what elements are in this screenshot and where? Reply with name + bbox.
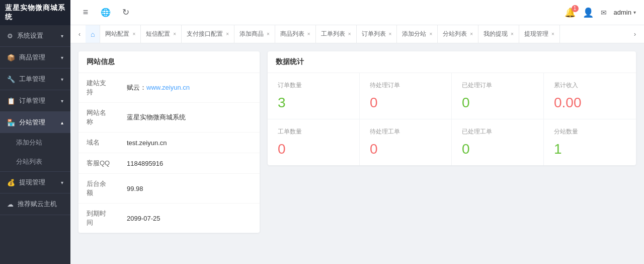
- stats-label-order-count: 订单数量: [278, 81, 349, 90]
- tab-sms-config-close[interactable]: ×: [173, 31, 176, 37]
- tab-branch-list-close[interactable]: ×: [470, 31, 473, 37]
- info-value-expire: 2099-07-25: [119, 204, 260, 233]
- chevron-right-icon: ›: [634, 31, 636, 38]
- tab-work-list[interactable]: 工单列表 ×: [316, 25, 357, 43]
- topbar-right: 🔔 1 👤 ✉ admin ▾: [565, 7, 636, 18]
- tab-home[interactable]: ⌂: [86, 25, 100, 43]
- stats-value-total-income: 0.00: [554, 95, 626, 111]
- admin-menu[interactable]: admin ▾: [614, 9, 636, 16]
- stats-label-pending-orders: 待处理订单: [370, 81, 441, 90]
- tab-withdraw-manage-close[interactable]: ×: [551, 31, 554, 37]
- tab-work-list-close[interactable]: ×: [348, 31, 351, 37]
- tab-my-withdraw[interactable]: 我的提现 ×: [478, 25, 519, 43]
- tab-add-branch-label: 添加分站: [402, 30, 426, 38]
- info-row-domain: 域名 test.zeiyun.cn: [78, 133, 260, 153]
- tab-website-config[interactable]: 网站配置 ×: [100, 25, 141, 43]
- info-value-qq: 1184895916: [119, 153, 260, 174]
- menu-icon: ≡: [83, 7, 89, 18]
- sidebar-subitem-add-branch[interactable]: 添加分站: [0, 133, 70, 152]
- tab-order-list-close[interactable]: ×: [389, 31, 392, 37]
- info-row-qq: 客服QQ 1184895916: [78, 153, 260, 174]
- sidebar-item-goods-label: 商品管理: [19, 53, 45, 62]
- info-row-balance: 后台余额 99.98: [78, 174, 260, 204]
- tab-order-list-label: 订单列表: [362, 30, 386, 38]
- tab-goods-list-close[interactable]: ×: [307, 31, 310, 37]
- admin-dropdown-arrow: ▾: [633, 10, 636, 15]
- sidebar-item-branch[interactable]: 🏪 分站管理 ▴: [0, 112, 70, 133]
- stats-grid: 订单数量 3 待处理订单 0 已处理订单 0 累计收入 0.00 工单数量: [268, 73, 636, 165]
- website-info-card: 网站信息 建站支持 赋云：www.zeiyun.cn 网站名称 蓝星实物微商城系…: [78, 51, 260, 233]
- tab-withdraw-manage-label: 提现管理: [524, 30, 548, 38]
- sidebar-item-work-label: 工单管理: [19, 75, 45, 84]
- stats-title: 数据统计: [268, 51, 636, 73]
- notification-bell-btn[interactable]: 🔔 1: [565, 7, 576, 18]
- tab-pay-config[interactable]: 支付接口配置 ×: [182, 25, 234, 43]
- sidebar-item-goods[interactable]: 📦 商品管理 ▾: [0, 47, 70, 68]
- tab-add-branch-close[interactable]: ×: [429, 31, 432, 37]
- tab-add-goods-label: 添加商品: [239, 30, 264, 38]
- website-link[interactable]: www.zeiyun.cn: [146, 84, 190, 91]
- tab-nav-left[interactable]: ‹: [73, 28, 86, 40]
- info-value-domain: test.zeiyun.cn: [119, 133, 260, 153]
- tab-branch-list[interactable]: 分站列表 ×: [438, 25, 478, 43]
- stats-label-work-count: 工单数量: [278, 127, 349, 136]
- tab-website-config-label: 网站配置: [105, 30, 129, 38]
- globe-icon: 🌐: [101, 8, 111, 17]
- stats-label-done-orders: 已处理订单: [462, 81, 533, 90]
- tab-sms-config[interactable]: 短信配置 ×: [141, 25, 182, 43]
- tab-order-list[interactable]: 订单列表 ×: [357, 25, 397, 43]
- info-value-support: 赋云：www.zeiyun.cn: [119, 73, 260, 103]
- menu-icon-btn[interactable]: ≡: [78, 6, 93, 20]
- sidebar: 蓝星实物微商城系统 系统设置 ▾ 📦 商品管理 ▾ 🔧 工单管理 ▾ 📋 订单管…: [0, 0, 70, 264]
- tabbar: ‹ ⌂ 网站配置 × 短信配置 × 支付接口配置 × 添加商品 ×: [70, 25, 644, 43]
- info-label-balance: 后台余额: [78, 174, 119, 204]
- tab-pay-config-label: 支付接口配置: [187, 30, 223, 38]
- message-icon-btn[interactable]: ✉: [601, 7, 607, 18]
- stats-card: 数据统计 订单数量 3 待处理订单 0 已处理订单 0 累计收入 0.00: [268, 51, 636, 165]
- tab-my-withdraw-close[interactable]: ×: [511, 31, 514, 37]
- recommend-icon: ☁: [7, 201, 14, 208]
- stats-cell-done-orders: 已处理订单 0: [452, 73, 544, 119]
- branch-icon: 🏪: [7, 119, 15, 126]
- globe-icon-btn[interactable]: 🌐: [99, 6, 113, 20]
- sidebar-item-withdraw[interactable]: 💰 提现管理 ▾: [0, 172, 70, 193]
- message-icon: ✉: [601, 9, 607, 17]
- tab-nav-right[interactable]: ›: [629, 28, 641, 40]
- sidebar-item-recommend-label: 推荐赋云主机: [18, 200, 57, 209]
- sidebar-subitem-branch-list[interactable]: 分站列表: [0, 152, 70, 171]
- tab-website-config-close[interactable]: ×: [132, 31, 135, 37]
- info-label-expire: 到期时间: [78, 204, 119, 233]
- sidebar-item-recommend[interactable]: ☁ 推荐赋云主机: [0, 193, 70, 215]
- user-icon-btn[interactable]: 👤: [583, 7, 594, 18]
- tab-withdraw-manage[interactable]: 提现管理 ×: [519, 25, 560, 43]
- sidebar-item-orders-label: 订单管理: [19, 96, 45, 105]
- stats-cell-total-income: 累计收入 0.00: [544, 73, 636, 119]
- stats-cell-pending-work: 待处理工单 0: [360, 119, 452, 165]
- tab-add-goods[interactable]: 添加商品 ×: [234, 25, 275, 43]
- website-info-title: 网站信息: [78, 51, 260, 73]
- stats-value-work-count: 0: [278, 141, 349, 157]
- sidebar-title: 蓝星实物微商城系统: [5, 4, 65, 22]
- tab-add-branch[interactable]: 添加分站 ×: [397, 25, 438, 43]
- tab-pay-config-close[interactable]: ×: [226, 31, 229, 37]
- tab-add-goods-close[interactable]: ×: [267, 31, 270, 37]
- info-row-expire: 到期时间 2099-07-25: [78, 204, 260, 233]
- work-icon: 🔧: [7, 76, 15, 83]
- website-info-table: 建站支持 赋云：www.zeiyun.cn 网站名称 蓝星实物微商城系统 域名 …: [78, 73, 260, 233]
- tab-goods-list[interactable]: 商品列表 ×: [275, 25, 316, 43]
- info-value-balance: 99.98: [119, 174, 260, 204]
- admin-username: admin: [614, 9, 631, 16]
- stats-value-branch-count: 1: [554, 141, 626, 157]
- refresh-icon-btn[interactable]: ↻: [119, 6, 133, 20]
- sidebar-item-withdraw-label: 提现管理: [19, 178, 45, 187]
- sidebar-item-system[interactable]: 系统设置 ▾: [0, 25, 70, 46]
- info-label-support: 建站支持: [78, 73, 119, 103]
- tab-sms-config-label: 短信配置: [146, 30, 170, 38]
- stats-cell-pending-orders: 待处理订单 0: [360, 73, 452, 119]
- sidebar-item-work[interactable]: 🔧 工单管理 ▾: [0, 69, 70, 90]
- content-area: 网站信息 建站支持 赋云：www.zeiyun.cn 网站名称 蓝星实物微商城系…: [70, 43, 644, 264]
- refresh-icon: ↻: [122, 7, 129, 18]
- sidebar-item-system-arrow: ▾: [61, 33, 63, 39]
- main-content-area: ≡ 🌐 ↻ 🔔 1 👤 ✉ admin ▾ ‹: [70, 0, 644, 264]
- sidebar-item-orders[interactable]: 📋 订单管理 ▾: [0, 90, 70, 111]
